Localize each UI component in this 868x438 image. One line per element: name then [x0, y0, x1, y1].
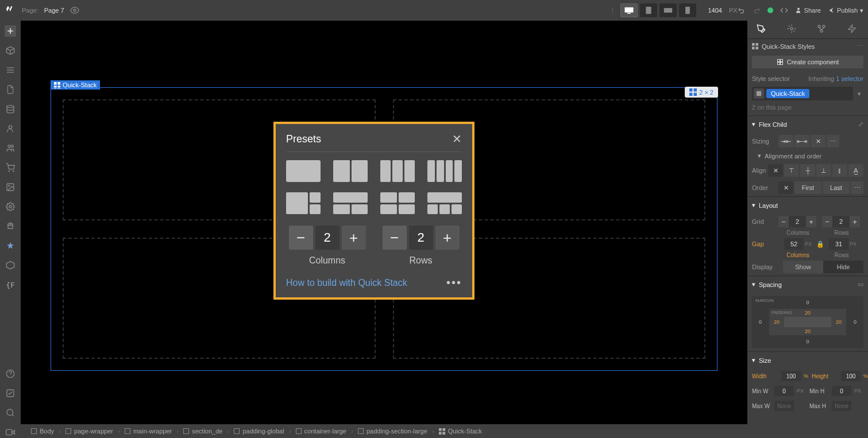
selector-dropdown-icon[interactable]: ▾ — [855, 90, 863, 98]
style-tab-icon[interactable] — [757, 24, 768, 36]
display-hide-button[interactable]: Hide — [823, 261, 863, 273]
align-reset-button[interactable]: ✕ — [768, 164, 783, 177]
align-end-button[interactable]: ⊥ — [816, 164, 831, 177]
state-selector-icon[interactable] — [754, 88, 764, 99]
breadcrumb-item[interactable]: section_de — [178, 428, 228, 435]
columns-increment-button[interactable]: + — [342, 226, 366, 250]
size-section[interactable]: ▾ Size — [747, 351, 868, 369]
rows-plus-button[interactable]: + — [850, 216, 860, 227]
breadcrumb-item[interactable]: padding-section-large — [352, 428, 433, 435]
gap-cols-input[interactable] — [784, 238, 804, 250]
audit-icon[interactable] — [5, 240, 16, 251]
expand-icon[interactable]: ⤢ — [858, 121, 863, 128]
canvas-width[interactable]: 1404 — [708, 7, 722, 14]
class-chip[interactable]: Quick-Stack — [766, 89, 809, 98]
width-input[interactable]: 100 — [781, 371, 801, 381]
padding-left[interactable]: 20 — [774, 319, 780, 325]
cms-icon[interactable] — [5, 103, 16, 115]
padding-bottom[interactable]: 20 — [805, 328, 811, 334]
more-vert-icon[interactable]: ⋮ — [609, 7, 616, 14]
breadcrumb-item[interactable]: padding-global — [228, 428, 290, 435]
height-label[interactable]: Height — [812, 373, 839, 379]
more-icon[interactable]: ⋯ — [857, 42, 863, 50]
align-baseline-button[interactable]: A̲ — [848, 164, 863, 177]
padding-top[interactable]: 20 — [805, 310, 811, 316]
minw-unit[interactable]: PX — [797, 388, 804, 394]
check-icon[interactable] — [5, 387, 16, 399]
webflow-logo-icon[interactable] — [5, 5, 16, 16]
width-unit[interactable]: % — [804, 373, 808, 379]
breakpoint-desktop[interactable] — [620, 3, 638, 17]
video-icon[interactable] — [5, 427, 16, 438]
style-manager-tab-icon[interactable] — [817, 24, 828, 36]
gap-rows-unit[interactable]: PX — [850, 241, 857, 247]
preset-1x1[interactable] — [286, 160, 321, 182]
order-reset-button[interactable]: ✕ — [778, 181, 793, 194]
rows-value[interactable]: 2 — [409, 226, 433, 250]
display-show-button[interactable]: Show — [783, 261, 823, 273]
search-icon[interactable] — [5, 407, 16, 418]
margin-right[interactable]: 0 — [854, 319, 857, 325]
settings-tab-icon[interactable] — [787, 24, 798, 36]
preset-2cols[interactable] — [333, 160, 368, 182]
align-center-button[interactable]: ┼ — [800, 164, 815, 177]
margin-top[interactable]: 0 — [806, 300, 809, 305]
cols-input[interactable] — [789, 216, 806, 227]
minh-input[interactable]: 0 — [832, 386, 851, 396]
more-options-icon[interactable]: ••• — [446, 276, 462, 289]
spacing-expand-icon[interactable]: ▭ — [858, 281, 863, 288]
preset-header-3[interactable] — [427, 192, 462, 214]
width-label[interactable]: Width — [752, 373, 780, 379]
quick-stack-badge[interactable]: 2 × 2 — [685, 87, 718, 98]
code-icon[interactable] — [780, 6, 788, 14]
help-link[interactable]: How to build with Quick Stack — [286, 278, 407, 288]
margin-bottom[interactable]: 0 — [806, 339, 809, 344]
spacing-box[interactable]: MARGIN 0 0 0 0 PADDING 20 20 20 20 — [752, 296, 863, 348]
columns-value[interactable]: 2 — [315, 226, 340, 250]
rows-decrement-button[interactable]: − — [383, 226, 407, 250]
breadcrumb-item[interactable]: page-wrapper — [60, 428, 119, 435]
breakpoint-tablet[interactable] — [640, 3, 657, 17]
box-icon[interactable] — [5, 45, 16, 56]
close-icon[interactable]: ✕ — [452, 132, 462, 146]
padding-right[interactable]: 20 — [836, 319, 842, 325]
variables-icon[interactable]: {F — [5, 279, 16, 290]
cols-plus-button[interactable]: + — [806, 216, 816, 227]
minw-input[interactable]: 0 — [774, 386, 794, 396]
preset-header-2[interactable] — [333, 192, 368, 214]
status-indicator-icon[interactable] — [767, 7, 773, 13]
maxh-input[interactable]: None — [832, 401, 851, 411]
sizing-more-button[interactable]: ⋯ — [827, 135, 839, 148]
breadcrumb-item[interactable]: Quick-Stack — [433, 428, 488, 435]
settings-icon[interactable] — [5, 201, 16, 212]
create-component-button[interactable]: Create component — [752, 56, 863, 68]
undo-icon[interactable] — [738, 6, 746, 14]
gap-cols-unit[interactable]: PX — [805, 241, 812, 247]
inheriting-info[interactable]: Inheriting 1 selector — [808, 75, 863, 82]
sizing-shrink-button[interactable]: ⇥⇤ — [778, 135, 793, 148]
spacing-section[interactable]: ▾ Spacing▭ — [747, 276, 868, 293]
users-icon[interactable] — [5, 123, 16, 134]
gap-label[interactable]: Gap — [752, 241, 780, 247]
align-stretch-button[interactable]: ⫿ — [832, 164, 847, 177]
alignment-order-subsection[interactable]: ▾ Alignment and order — [747, 150, 868, 162]
flex-child-section[interactable]: ▾ Flex Child⤢ — [747, 115, 868, 133]
minh-unit[interactable]: PX — [854, 388, 861, 394]
team-icon[interactable] — [5, 142, 16, 154]
navigator-icon[interactable] — [5, 64, 16, 76]
maxw-input[interactable]: None — [774, 401, 794, 411]
gap-lock-icon[interactable]: 🔒 — [816, 241, 824, 248]
share-button[interactable]: Share — [795, 7, 821, 14]
gap-rows-input[interactable] — [829, 238, 848, 250]
apps-icon[interactable] — [5, 220, 16, 232]
layout-section[interactable]: ▾ Layout — [747, 196, 868, 214]
preset-sidebar-left[interactable] — [286, 192, 321, 214]
help-icon[interactable] — [5, 368, 16, 379]
ecommerce-icon[interactable] — [5, 162, 16, 173]
publish-button[interactable]: Publish ▾ — [828, 7, 863, 14]
pages-icon[interactable] — [5, 84, 16, 95]
align-start-button[interactable]: ⊤ — [784, 164, 799, 177]
rows-input[interactable] — [832, 216, 850, 227]
height-input[interactable]: 100 — [841, 371, 861, 381]
height-unit[interactable]: % — [863, 373, 868, 379]
